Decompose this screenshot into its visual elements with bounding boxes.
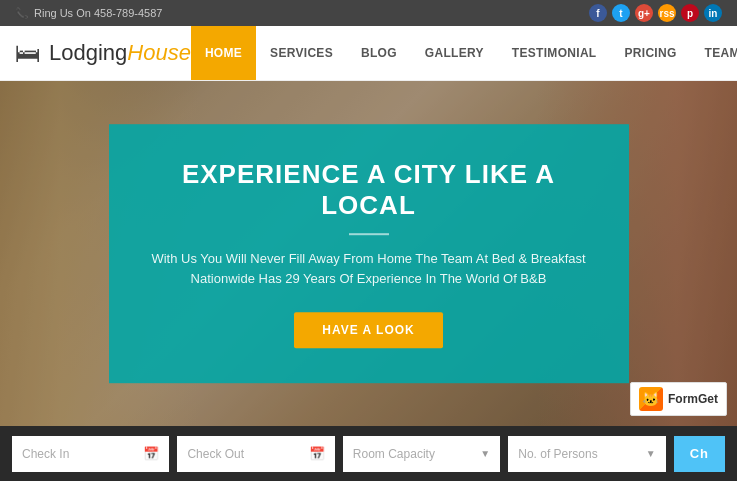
social-links: f t g+ rss p in	[589, 4, 722, 22]
formget-logo-icon: 🐱	[639, 387, 663, 411]
rss-icon[interactable]: rss	[658, 4, 676, 22]
persons-select[interactable]: No. of Persons ▼	[508, 436, 665, 472]
hero-title: EXPERIENCE A CITY LIKE A LOCAL	[149, 159, 589, 221]
logo-bed-icon: 🛏	[15, 38, 41, 69]
calendar-icon-2: 📅	[309, 446, 325, 461]
hero-subtitle: With Us You Will Never Fill Away From Ho…	[149, 249, 589, 291]
facebook-icon[interactable]: f	[589, 4, 607, 22]
nav-item-services[interactable]: SERVICES	[256, 26, 347, 80]
hero-divider	[349, 233, 389, 235]
checkin-input[interactable]: Check In 📅	[12, 436, 169, 472]
booking-bar: Check In 📅 Check Out 📅 Room Capacity ▼ N…	[0, 426, 737, 481]
phone-info: 📞 Ring Us On 458-789-4587	[15, 7, 162, 20]
nav-item-blog[interactable]: BLOG	[347, 26, 411, 80]
navbar: 🛏 LodgingHouse HOME SERVICES BLOG GALLER…	[0, 26, 737, 81]
linkedin-icon[interactable]: in	[704, 4, 722, 22]
hero-section: EXPERIENCE A CITY LIKE A LOCAL With Us Y…	[0, 81, 737, 426]
nav-item-testimonial[interactable]: TESTIMONIAL	[498, 26, 611, 80]
calendar-icon: 📅	[143, 446, 159, 461]
capacity-placeholder: Room Capacity	[353, 447, 435, 461]
phone-text: Ring Us On 458-789-4587	[34, 7, 162, 19]
nav-item-pricing[interactable]: PRICING	[611, 26, 691, 80]
dropdown-arrow-persons: ▼	[646, 448, 656, 459]
formget-label: FormGet	[668, 392, 718, 406]
top-bar: 📞 Ring Us On 458-789-4587 f t g+ rss p i…	[0, 0, 737, 26]
phone-icon: 📞	[15, 7, 29, 20]
persons-placeholder: No. of Persons	[518, 447, 597, 461]
site-logo[interactable]: 🛏 LodgingHouse	[15, 38, 191, 69]
hero-cta-button[interactable]: HAVE A LOOK	[294, 312, 443, 348]
twitter-icon[interactable]: t	[612, 4, 630, 22]
dropdown-arrow-capacity: ▼	[480, 448, 490, 459]
nav-links: HOME SERVICES BLOG GALLERY TESTIMONIAL P…	[191, 26, 737, 80]
room-capacity-select[interactable]: Room Capacity ▼	[343, 436, 500, 472]
google-plus-icon[interactable]: g+	[635, 4, 653, 22]
nav-item-home[interactable]: HOME	[191, 26, 256, 80]
checkout-input[interactable]: Check Out 📅	[177, 436, 334, 472]
hero-content-box: EXPERIENCE A CITY LIKE A LOCAL With Us Y…	[109, 124, 629, 384]
nav-item-team[interactable]: TEAM	[691, 26, 737, 80]
formget-badge: 🐱 FormGet	[630, 382, 727, 416]
booking-search-button[interactable]: Ch	[674, 436, 725, 472]
pinterest-icon[interactable]: p	[681, 4, 699, 22]
nav-item-gallery[interactable]: GALLERY	[411, 26, 498, 80]
logo-text: LodgingHouse	[49, 40, 191, 66]
checkin-placeholder: Check In	[22, 447, 69, 461]
checkout-placeholder: Check Out	[187, 447, 244, 461]
